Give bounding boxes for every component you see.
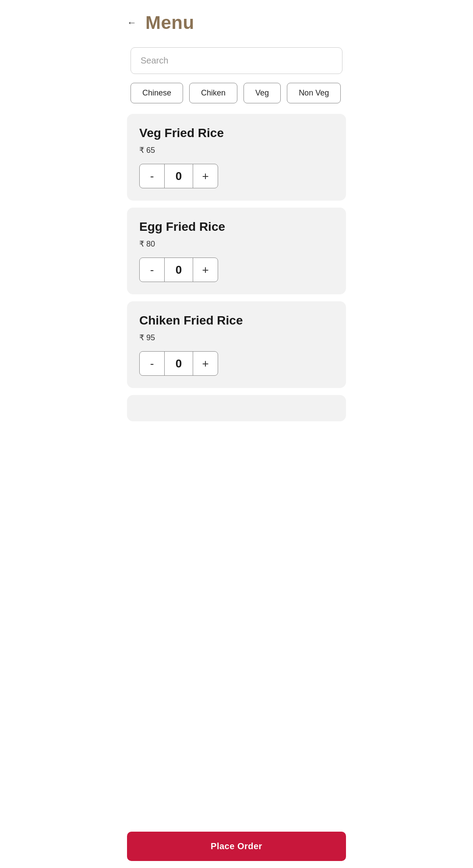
menu-item-price: ₹ 80 [139, 239, 334, 249]
quantity-display-veg-fried-rice: 0 [164, 164, 193, 188]
search-container [118, 40, 355, 83]
header: ← Menu [118, 0, 355, 40]
increase-btn-egg-fried-rice[interactable]: + [193, 258, 218, 282]
filter-tab-chinese[interactable]: Chinese [131, 83, 183, 103]
menu-item-name: Chiken Fried Rice [139, 314, 334, 328]
place-order-container: Place Order [118, 825, 355, 868]
menu-card-chiken-fried-rice: Chiken Fried Rice ₹ 95 - 0 + [127, 301, 346, 388]
filter-tab-chiken[interactable]: Chiken [189, 83, 237, 103]
back-button[interactable]: ← [127, 18, 137, 28]
partial-menu-card [127, 395, 346, 421]
menu-item-price: ₹ 95 [139, 333, 334, 342]
page-title: Menu [145, 12, 194, 33]
filter-tab-veg[interactable]: Veg [244, 83, 281, 103]
menu-item-name: Egg Fried Rice [139, 220, 334, 234]
menu-item-name: Veg Fried Rice [139, 126, 334, 140]
increase-btn-veg-fried-rice[interactable]: + [193, 164, 218, 188]
decrease-btn-egg-fried-rice[interactable]: - [140, 258, 164, 282]
increase-btn-chiken-fried-rice[interactable]: + [193, 352, 218, 375]
decrease-btn-chiken-fried-rice[interactable]: - [140, 352, 164, 375]
menu-item-price: ₹ 65 [139, 145, 334, 155]
quantity-display-egg-fried-rice: 0 [164, 258, 193, 282]
menu-card-egg-fried-rice: Egg Fried Rice ₹ 80 - 0 + [127, 208, 346, 294]
filter-tab-non-veg[interactable]: Non Veg [287, 83, 341, 103]
menu-card-veg-fried-rice: Veg Fried Rice ₹ 65 - 0 + [127, 114, 346, 201]
search-input[interactable] [131, 47, 342, 74]
decrease-btn-veg-fried-rice[interactable]: - [140, 164, 164, 188]
quantity-display-chiken-fried-rice: 0 [164, 352, 193, 375]
quantity-control-chiken-fried-rice: - 0 + [139, 351, 218, 376]
quantity-control-veg-fried-rice: - 0 + [139, 164, 218, 188]
quantity-control-egg-fried-rice: - 0 + [139, 258, 218, 282]
menu-list: Veg Fried Rice ₹ 65 - 0 + Egg Fried Rice… [118, 114, 355, 474]
place-order-button[interactable]: Place Order [127, 832, 346, 861]
filter-tabs: Chinese Chiken Veg Non Veg [118, 83, 355, 114]
